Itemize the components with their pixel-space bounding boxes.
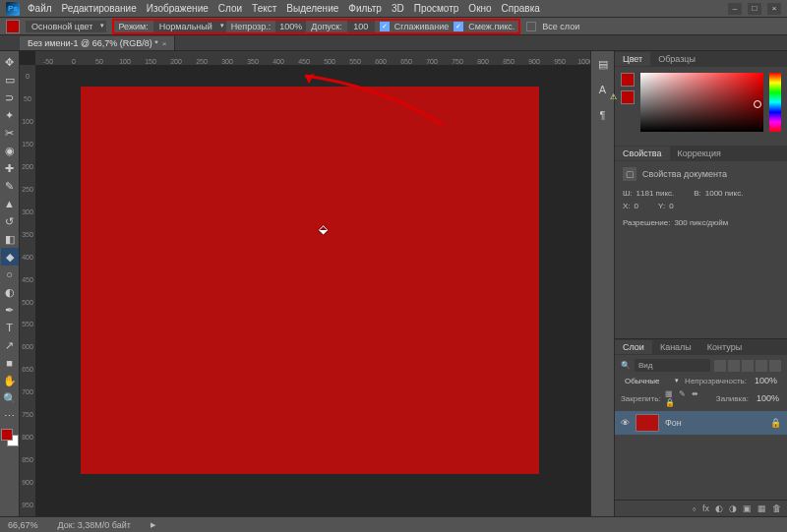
history-panel-icon[interactable]: ▤ bbox=[594, 55, 612, 73]
minimize-button[interactable]: – bbox=[728, 3, 742, 15]
alllayers-label: Все слои bbox=[542, 22, 579, 31]
tolerance-input[interactable]: 100 bbox=[347, 21, 375, 32]
close-button[interactable]: × bbox=[767, 3, 781, 15]
tab-color[interactable]: Цвет bbox=[615, 52, 650, 66]
character-panel-icon[interactable]: A bbox=[594, 81, 612, 98]
search-icon: 🔍 bbox=[621, 361, 631, 370]
menu-file[interactable]: Файл bbox=[28, 3, 52, 14]
mask-icon[interactable]: ◐ bbox=[715, 503, 723, 513]
color-fg-swatch[interactable] bbox=[621, 73, 635, 87]
color-panel-tabs: Цвет Образцы bbox=[615, 51, 787, 67]
dodge-tool[interactable]: ◐ bbox=[1, 283, 19, 301]
width-value: 1181 пикс. bbox=[636, 189, 675, 198]
layer-thumbnail[interactable] bbox=[636, 414, 659, 432]
tab-properties[interactable]: Свойства bbox=[615, 147, 670, 160]
antialias-checkbox[interactable]: ✓ bbox=[380, 22, 390, 31]
canvas-area: -500501001502002503003504004505005506006… bbox=[20, 51, 590, 516]
hue-slider[interactable] bbox=[769, 73, 781, 132]
color-swatches[interactable] bbox=[1, 429, 19, 446]
tool-swatch-icon[interactable] bbox=[6, 20, 20, 33]
layer-filters bbox=[714, 360, 781, 372]
mode-dropdown[interactable]: Нормальный bbox=[153, 21, 226, 32]
zoom-value[interactable]: 66,67% bbox=[8, 520, 38, 530]
healing-tool[interactable]: ✚ bbox=[1, 159, 19, 177]
alllayers-checkbox[interactable] bbox=[526, 22, 536, 31]
fill-type-dropdown[interactable]: Основной цвет bbox=[26, 21, 106, 32]
color-warn-swatch[interactable] bbox=[621, 90, 635, 104]
menu-3d[interactable]: 3D bbox=[392, 3, 404, 14]
filter-3-icon[interactable] bbox=[742, 360, 754, 372]
pen-tool[interactable]: ✒ bbox=[1, 301, 19, 319]
bucket-tool[interactable]: ◆ bbox=[1, 248, 19, 266]
wand-tool[interactable]: ✦ bbox=[1, 106, 19, 124]
menu-select[interactable]: Выделение bbox=[286, 3, 338, 14]
menu-layers[interactable]: Слои bbox=[218, 3, 242, 14]
menu-edit[interactable]: Редактирование bbox=[62, 3, 137, 14]
lasso-tool[interactable]: ⊃ bbox=[1, 89, 19, 106]
layer-search[interactable]: Вид bbox=[635, 359, 710, 372]
type-tool[interactable]: T bbox=[1, 319, 19, 336]
document-icon: ▢ bbox=[623, 167, 636, 181]
tab-channels[interactable]: Каналы bbox=[652, 340, 699, 354]
eraser-tool[interactable]: ◧ bbox=[1, 230, 19, 248]
fill-input[interactable]: 100% bbox=[753, 392, 781, 404]
cursor-icon: ⬙ bbox=[319, 222, 328, 236]
tab-adjustments[interactable]: Коррекция bbox=[670, 147, 729, 160]
lock-label: Закрепить: bbox=[621, 394, 661, 403]
crop-tool[interactable]: ✂ bbox=[1, 124, 19, 142]
folder-icon[interactable]: ▣ bbox=[743, 503, 752, 513]
paragraph-panel-icon[interactable]: ¶ bbox=[594, 106, 612, 124]
canvas[interactable] bbox=[81, 87, 539, 474]
blend-mode-dropdown[interactable]: Обычные bbox=[621, 376, 681, 386]
menu-filter[interactable]: Фильтр bbox=[348, 3, 382, 14]
menu-view[interactable]: Просмотр bbox=[414, 3, 459, 14]
foreground-color[interactable] bbox=[1, 429, 13, 441]
layer-row[interactable]: 👁 Фон 🔒 bbox=[615, 411, 787, 435]
ruler-horizontal[interactable]: -500501001502002503003504004505005506006… bbox=[35, 51, 590, 65]
tab-layers[interactable]: Слои bbox=[615, 340, 652, 354]
menu-text[interactable]: Текст bbox=[252, 3, 276, 14]
delete-icon[interactable]: 🗑 bbox=[772, 503, 781, 513]
link-icon[interactable]: ⬨ bbox=[692, 503, 696, 513]
layer-opacity-input[interactable]: 100% bbox=[751, 375, 781, 386]
menu-image[interactable]: Изображение bbox=[147, 3, 209, 14]
tab-close-icon[interactable]: × bbox=[162, 39, 167, 48]
history-brush-tool[interactable]: ↺ bbox=[1, 212, 19, 230]
tab-swatches[interactable]: Образцы bbox=[650, 52, 703, 66]
maximize-button[interactable]: □ bbox=[748, 3, 761, 15]
spectrum-picker-icon[interactable] bbox=[754, 100, 761, 108]
zoom-tool[interactable]: 🔍 bbox=[1, 389, 19, 407]
doc-info[interactable]: Док: 3,38M/0 байт bbox=[58, 520, 131, 530]
marquee-tool[interactable]: ▭ bbox=[1, 71, 19, 89]
filter-2-icon[interactable] bbox=[728, 360, 740, 372]
chevron-right-icon[interactable]: ▶ bbox=[151, 521, 155, 529]
menu-window[interactable]: Окно bbox=[468, 3, 491, 14]
new-layer-icon[interactable]: ▦ bbox=[757, 503, 766, 513]
contiguous-checkbox[interactable]: ✓ bbox=[454, 22, 463, 31]
menu-help[interactable]: Справка bbox=[502, 3, 540, 14]
lock-icon[interactable]: 🔒 bbox=[770, 418, 781, 428]
path-tool[interactable]: ↗ bbox=[1, 336, 19, 354]
document-tab[interactable]: Без имени-1 @ 66,7% (RGB/8) * × bbox=[20, 36, 175, 50]
fx-icon[interactable]: fx bbox=[702, 503, 709, 513]
lock-icons[interactable]: ▦ ✎ ⬌ 🔒 bbox=[665, 389, 712, 407]
visibility-icon[interactable]: 👁 bbox=[621, 418, 630, 428]
y-value: 0 bbox=[669, 202, 673, 210]
filter-5-icon[interactable] bbox=[769, 360, 781, 372]
tab-paths[interactable]: Контуры bbox=[699, 340, 750, 354]
right-dock: ▤ A ¶ bbox=[590, 51, 614, 516]
blur-tool[interactable]: ○ bbox=[1, 266, 19, 283]
opacity-input[interactable]: 100% bbox=[275, 21, 306, 32]
stamp-tool[interactable]: ▲ bbox=[1, 195, 19, 212]
hand-tool[interactable]: ✋ bbox=[1, 372, 19, 389]
filter-4-icon[interactable] bbox=[756, 360, 767, 372]
ruler-vertical[interactable]: 0501001502002503003504004505005506006507… bbox=[20, 65, 35, 516]
brush-tool[interactable]: ✎ bbox=[1, 177, 19, 195]
shape-tool[interactable]: ■ bbox=[1, 354, 19, 372]
adjust-icon[interactable]: ◑ bbox=[729, 503, 737, 513]
filter-1-icon[interactable] bbox=[714, 360, 726, 372]
eyedropper-tool[interactable]: ◉ bbox=[1, 142, 19, 159]
move-tool[interactable]: ✥ bbox=[1, 53, 19, 71]
misc-tool[interactable]: ⋯ bbox=[1, 407, 19, 425]
color-spectrum[interactable] bbox=[640, 73, 763, 132]
